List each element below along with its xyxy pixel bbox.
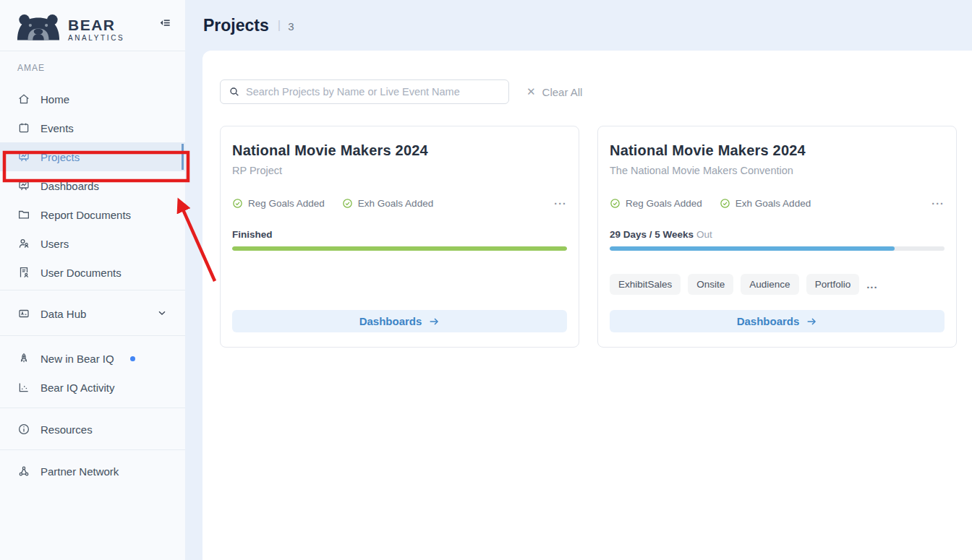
goal-badge-label: Exh Goals Added xyxy=(736,198,811,209)
sidebar-item-label: Users xyxy=(40,238,69,250)
folder-icon xyxy=(17,208,30,221)
project-tag: Onsite xyxy=(688,274,733,295)
search-input[interactable] xyxy=(246,86,500,98)
project-card-list: National Movie Makers 2024 RP Project Re… xyxy=(220,126,957,348)
search-icon xyxy=(229,86,240,98)
progress-fill xyxy=(232,246,567,251)
check-circle-icon xyxy=(610,198,621,209)
main-content: Projects | 3 ✕ Clear All xyxy=(185,0,972,560)
project-title: National Movie Makers 2024 xyxy=(232,142,567,159)
project-tag: Audience xyxy=(741,274,798,295)
status-text: Finished xyxy=(232,229,273,240)
project-status: Finished xyxy=(232,229,567,240)
search-box xyxy=(220,79,509,104)
clear-all-button[interactable]: ✕ Clear All xyxy=(526,85,582,98)
sidebar-item-label: Projects xyxy=(40,151,80,163)
project-title: National Movie Makers 2024 xyxy=(610,142,945,159)
content-panel: ✕ Clear All National Movie Makers 2024 R… xyxy=(202,51,972,560)
brand-name: BEAR ANALYTICS xyxy=(68,17,124,42)
page-header: Projects | 3 xyxy=(185,0,972,51)
goal-badge: Reg Goals Added xyxy=(232,198,325,209)
goal-badge-label: Reg Goals Added xyxy=(248,198,325,209)
app-root: BEAR ANALYTICS AMAE Home xyxy=(0,0,972,560)
sidebar-item-label: Dashboards xyxy=(40,180,99,192)
sidebar: BEAR ANALYTICS AMAE Home xyxy=(0,0,185,560)
dashboards-button-label: Dashboards xyxy=(737,315,800,327)
collapse-sidebar-icon[interactable] xyxy=(158,16,172,33)
project-card: National Movie Makers 2024 The National … xyxy=(597,126,957,348)
sidebar-item-label: User Documents xyxy=(40,267,122,279)
user-document-icon xyxy=(17,266,30,279)
check-circle-icon xyxy=(342,198,353,209)
sidebar-item-home[interactable]: Home xyxy=(0,85,185,113)
progress-bar xyxy=(610,246,945,251)
project-subtitle: RP Project xyxy=(232,165,567,176)
card-menu-button[interactable]: ... xyxy=(554,196,567,210)
badge-row: Reg Goals Added Exh Goals Added ... xyxy=(610,196,945,210)
check-circle-icon xyxy=(720,198,730,209)
project-tag: Portfolio xyxy=(806,274,860,295)
project-subtitle: The National Movie Makers Convention xyxy=(610,165,945,176)
dashboards-button[interactable]: Dashboards xyxy=(232,310,567,332)
chevron-down-icon xyxy=(156,307,168,321)
progress-fill xyxy=(610,246,895,251)
brand-name-top: BEAR xyxy=(68,17,124,33)
brand-header: BEAR ANALYTICS xyxy=(0,0,185,51)
sidebar-item-label: Bear IQ Activity xyxy=(40,382,115,394)
data-hub-icon xyxy=(17,307,30,320)
goal-badge-label: Exh Goals Added xyxy=(358,198,433,209)
project-status: 29 Days / 5 WeeksOut xyxy=(610,229,945,240)
arrow-right-icon xyxy=(428,316,440,327)
progress-bar xyxy=(232,246,567,251)
sidebar-item-dashboards[interactable]: Dashboards xyxy=(0,171,185,200)
card-menu-button[interactable]: ... xyxy=(932,196,945,210)
sidebar-item-users[interactable]: Users xyxy=(0,229,185,258)
sidebar-item-partner-network[interactable]: Partner Network xyxy=(0,457,185,486)
sidebar-item-report-documents[interactable]: Report Documents xyxy=(0,200,185,229)
close-icon: ✕ xyxy=(526,85,536,98)
network-icon xyxy=(17,465,30,478)
sidebar-item-label: Data Hub xyxy=(40,308,86,320)
goal-badge: Reg Goals Added xyxy=(610,198,702,209)
org-label: AMAE xyxy=(0,51,185,74)
dashboards-button[interactable]: Dashboards xyxy=(610,310,945,332)
dashboards-button-label: Dashboards xyxy=(359,315,422,327)
project-count: 3 xyxy=(288,18,294,33)
sidebar-item-bear-iq-activity[interactable]: Bear IQ Activity xyxy=(0,373,185,402)
sidebar-item-label: Events xyxy=(40,122,74,134)
title-separator: | xyxy=(278,18,281,33)
goal-badge-label: Reg Goals Added xyxy=(626,198,702,209)
goal-badge: Exh Goals Added xyxy=(720,198,811,209)
sidebar-item-label: Resources xyxy=(40,423,93,436)
activity-chart-icon xyxy=(17,381,30,394)
sidebar-nav: Home Events Projects Dashboards xyxy=(0,74,185,486)
sidebar-item-label: Report Documents xyxy=(40,209,131,221)
rocket-icon xyxy=(17,352,30,365)
arrow-right-icon xyxy=(806,316,817,327)
sidebar-item-events[interactable]: Events xyxy=(0,113,185,142)
clear-all-label: Clear All xyxy=(542,86,583,98)
home-icon xyxy=(17,92,30,105)
bear-logo-icon xyxy=(16,12,61,43)
badge-row: Reg Goals Added Exh Goals Added ... xyxy=(232,196,567,210)
sidebar-item-resources[interactable]: Resources xyxy=(0,415,185,444)
users-icon xyxy=(17,237,30,250)
page-title: Projects xyxy=(203,16,269,35)
sidebar-item-projects[interactable]: Projects xyxy=(0,142,185,171)
check-circle-icon xyxy=(232,198,243,209)
info-icon xyxy=(17,423,30,436)
sidebar-item-new-in-bear-iq[interactable]: New in Bear IQ xyxy=(0,344,185,373)
goal-badge: Exh Goals Added xyxy=(342,198,433,209)
more-tags-indicator: ... xyxy=(866,278,878,290)
project-card: National Movie Makers 2024 RP Project Re… xyxy=(220,126,579,348)
new-badge-dot xyxy=(130,356,135,361)
sidebar-item-data-hub[interactable]: Data Hub xyxy=(0,299,185,328)
status-text: 29 Days / 5 Weeks xyxy=(610,229,694,240)
sidebar-item-label: Partner Network xyxy=(40,465,119,478)
project-tag: ExhibitSales xyxy=(610,274,681,295)
sidebar-item-label: New in Bear IQ xyxy=(40,353,114,365)
calendar-icon xyxy=(17,121,30,134)
status-suffix: Out xyxy=(696,229,712,240)
sidebar-item-user-documents[interactable]: User Documents xyxy=(0,258,185,287)
presentation-chart-icon xyxy=(17,179,30,192)
